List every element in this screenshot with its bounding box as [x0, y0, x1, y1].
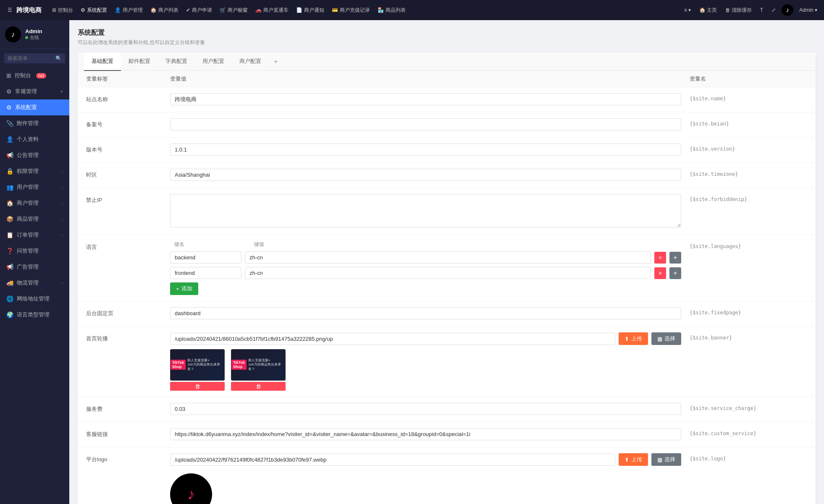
logo-path-input[interactable] [170, 454, 615, 466]
tab-add-button[interactable]: + [269, 55, 283, 69]
nav-item-control[interactable]: ⊞ 控制台 [49, 5, 76, 16]
sidebar-item-label: 商户管理 [17, 199, 39, 207]
input-beian[interactable] [170, 118, 681, 131]
var-beian: {$site.beian} [690, 118, 807, 127]
home-button[interactable]: 🏠 主页 [697, 5, 719, 15]
add-language-button[interactable]: + 添加 [170, 282, 198, 295]
label-banner: 首页轮播 [86, 332, 170, 342]
search-input[interactable] [8, 55, 53, 61]
users-icon: 👤 [115, 7, 121, 13]
logistics-icon: 🚚 [6, 279, 13, 286]
tab-user-config[interactable]: 用户配置 [195, 52, 232, 71]
sidebar-item-profile[interactable]: 👤 个人资料 [0, 131, 69, 147]
value-beian [170, 118, 690, 131]
nav-item-config[interactable]: ⚙ 系统配置 [77, 5, 110, 16]
input-forbidden-ip[interactable] [170, 194, 681, 227]
banner-delete-2[interactable]: 🗑 [231, 382, 286, 391]
clear-cache-button[interactable]: 🗑 清除缓存 [723, 5, 754, 15]
sidebar-item-label: 控制台 [15, 72, 31, 79]
sidebar-item-user-mgmt[interactable]: 👥 用户管理 › [0, 179, 69, 195]
var-custom-service: {$site.custom_service} [690, 428, 807, 436]
sidebar-status: 在线 [25, 34, 42, 41]
sidebar-item-order-mgmt[interactable]: 📋 订单管理 › [0, 227, 69, 243]
sidebar-search[interactable]: 🔍 [4, 53, 65, 63]
admin-name[interactable]: Admin ▾ [797, 6, 820, 14]
translate-button[interactable]: T [758, 6, 766, 14]
banner-delete-1[interactable]: 🗑 [170, 382, 225, 391]
config-row-fixed-page: 后台固定页 {$site.fixedpage} [78, 301, 816, 326]
top-nav-right-section: ≡ ▾ 🏠 主页 🗑 清除缓存 T ⤢ ♪ Admin ▾ [682, 4, 820, 16]
sidebar-item-permissions[interactable]: 🔒 权限管理 › [0, 163, 69, 179]
input-service-charge[interactable] [170, 403, 681, 415]
chevron-right-icon: › [61, 280, 63, 285]
sidebar-item-attachments[interactable]: 📎 附件管理 [0, 115, 69, 131]
chevron-right-icon: › [61, 217, 63, 222]
value-custom-service [170, 428, 690, 440]
nav-item-merchant-recharge[interactable]: 💳 商户充值记录 [328, 5, 373, 16]
lang-edit-backend[interactable]: + [669, 252, 681, 264]
tab-dict-config[interactable]: 字典配置 [158, 52, 195, 71]
sidebar-item-qa-mgmt[interactable]: ❓ 问答管理 [0, 243, 69, 259]
merchant-window-icon: 🛒 [220, 7, 226, 13]
clear-icon: 🗑 [725, 7, 730, 13]
sidebar-item-console[interactable]: ⊞ 控制台 hot [0, 68, 69, 84]
sidebar-item-merchant-mgmt[interactable]: 🏠 商户管理 › [0, 195, 69, 211]
product-list-icon: 🏪 [378, 7, 384, 13]
hamburger-button[interactable]: ☰ [4, 5, 16, 15]
label-service-charge: 服务费 [86, 403, 170, 413]
sidebar-item-logistics[interactable]: 🚚 物流管理 › [0, 275, 69, 291]
sidebar-item-ad-mgmt[interactable]: 📢 广告管理 [0, 259, 69, 275]
lang-edit-frontend[interactable]: + [669, 267, 681, 279]
logo-upload-button[interactable]: ⬆ 上传 [619, 453, 648, 466]
value-timezone [170, 169, 690, 181]
lang-val-frontend[interactable] [245, 267, 651, 279]
tab-merchant-config[interactable]: 商户配置 [232, 52, 269, 71]
fullscreen-button[interactable]: ⤢ [769, 6, 778, 14]
input-timezone[interactable] [170, 169, 681, 181]
banner-previews: TikTokShop 新人支援流量×100万的商品售出来享有？ 🗑 TikTok… [170, 349, 681, 391]
menu-button[interactable]: ≡ ▾ [682, 6, 693, 14]
nav-item-merchant-list[interactable]: 🏠 商户列表 [147, 5, 182, 16]
sidebar-item-label: 系统配置 [15, 104, 37, 111]
sidebar-item-general-mgmt[interactable]: ⚙ 常规管理 ▾ [0, 84, 69, 99]
sidebar-item-network-addr[interactable]: 🌐 网络地址管理 [0, 291, 69, 307]
var-forbidden-ip: {$site.forbiddenip} [690, 194, 807, 202]
logo-image: ♪ [170, 473, 212, 504]
nav-item-users[interactable]: 👤 用户管理 [111, 5, 146, 16]
banner-select-button[interactable]: ▦ 选择 [651, 332, 681, 345]
nav-item-product-list[interactable]: 🏪 商品列表 [374, 5, 409, 16]
value-logo: ⬆ 上传 ▦ 选择 ♪ [170, 453, 690, 504]
menu-chevron: ▾ [688, 7, 691, 13]
input-fixed-page[interactable] [170, 307, 681, 319]
sidebar-item-lang-type[interactable]: 🌍 语言类型管理 [0, 307, 69, 323]
sidebar-item-sys-config[interactable]: ⚙ 系统配置 [0, 99, 69, 115]
sidebar-item-label: 用户管理 [17, 183, 39, 191]
input-custom-service[interactable] [170, 428, 681, 440]
var-fixed-page: {$site.fixedpage} [690, 307, 807, 316]
sidebar-item-product-mgmt[interactable]: 📦 商品管理 › [0, 211, 69, 227]
lang-key-backend[interactable] [170, 251, 241, 264]
nav-item-merchant-notify[interactable]: 📄 商户通知 [293, 5, 328, 16]
nav-item-merchant-express[interactable]: 🚗 商户直通车 [252, 5, 292, 16]
var-logo: {$site.logo} [690, 453, 807, 462]
tab-basic-config[interactable]: 基础配置 [84, 52, 121, 71]
logo-preview: ♪ [170, 470, 212, 504]
chevron-right-icon: › [61, 169, 63, 174]
banner-path-input[interactable] [170, 333, 615, 345]
banner-upload-button[interactable]: ⬆ 上传 [619, 332, 648, 345]
sidebar-item-announcements[interactable]: 📢 公告管理 [0, 147, 69, 163]
lang-remove-frontend[interactable]: × [654, 267, 666, 279]
lang-val-backend[interactable] [245, 251, 651, 264]
lang-remove-backend[interactable]: × [654, 252, 666, 264]
search-icon[interactable]: 🔍 [55, 55, 62, 61]
sidebar-menu: ⊞ 控制台 hot ⚙ 常规管理 ▾ ⚙ 系统配置 [0, 68, 69, 504]
logo-select-button[interactable]: ▦ 选择 [651, 453, 681, 466]
tab-mail-config[interactable]: 邮件配置 [121, 52, 158, 71]
nav-item-merchant-apply[interactable]: ✔ 商户申请 [183, 5, 215, 16]
var-site-name: {$site.name} [690, 93, 807, 102]
input-version[interactable] [170, 144, 681, 156]
sidebar-user: ♪ Admin 在线 [0, 20, 69, 49]
lang-key-frontend[interactable] [170, 267, 241, 279]
input-site-name[interactable] [170, 93, 681, 105]
nav-item-merchant-window[interactable]: 🛒 商户橱窗 [216, 5, 251, 16]
